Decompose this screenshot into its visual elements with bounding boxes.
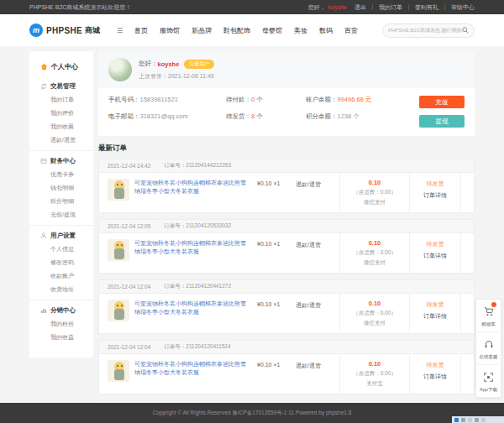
app-download-button[interactable]: App下载 <box>476 364 501 397</box>
sidebar-item-payment-account[interactable]: 收款账户 <box>29 269 93 283</box>
product-image[interactable] <box>108 360 129 382</box>
refund-return-link[interactable]: 退款/退货 <box>296 173 339 212</box>
product-title-link[interactable]: 可爱宠物秋冬装小狗狗连帽棉衣泰迪比熊雪纳瑞冬季小型犬冬装衣服 <box>134 300 250 327</box>
pay-method: 微信支付 <box>342 320 407 327</box>
search-box <box>382 24 475 38</box>
order-amount: 0.10 <box>342 239 407 247</box>
nav-shoes-bags[interactable]: 鞋包配饰 <box>223 26 250 35</box>
order-detail-link[interactable]: 订单详情 <box>412 373 459 381</box>
order-card: 2021-12-04 12:04 订单号：211204120441272 可爱宠… <box>98 279 475 334</box>
order-pay-cell: 0.10 （含运费：0.00） 支付宝 <box>339 354 410 394</box>
divider <box>408 4 409 10</box>
product-image[interactable] <box>108 179 129 201</box>
order-price: ¥0.10 ×1 <box>257 294 296 333</box>
logo-icon: m <box>29 24 43 37</box>
footer: Copyright © All Rights Reserved 豫ICP备170… <box>0 403 504 423</box>
order-number: 订单号：211204120441272 <box>164 283 231 290</box>
order-number: 订单号：211204120533032 <box>164 222 231 230</box>
nav-digital[interactable]: 数码 <box>319 26 333 35</box>
nav-mother-baby[interactable]: 母婴馆 <box>262 26 282 35</box>
nav-home[interactable]: 首页 <box>134 26 148 35</box>
withdraw-button[interactable]: 提现 <box>419 115 465 128</box>
product-title-link[interactable]: 可爱宠物秋冬装小狗狗连帽棉衣泰迪比熊雪纳瑞冬季小型犬冬装衣服 <box>134 179 250 206</box>
refund-return-link[interactable]: 退款/退货 <box>296 354 339 394</box>
nav-clothing[interactable]: 服饰馆 <box>160 26 180 35</box>
refund-return-link[interactable]: 退款/退货 <box>296 294 339 333</box>
search-icon[interactable] <box>462 27 469 34</box>
sidebar-item-my-reviews[interactable]: 我的评价 <box>29 107 93 120</box>
order-date: 2021-12-04 12:04 <box>108 344 150 350</box>
order-status-cell: 待发货 订单详情 <box>410 294 460 333</box>
order-amount: 0.10 <box>342 179 407 186</box>
cart-badge <box>491 302 496 307</box>
order-date: 2021-12-04 12:05 <box>108 223 150 229</box>
user-icon <box>40 232 47 239</box>
sidebar-item-wallet-detail[interactable]: 钱包明细 <box>29 181 93 195</box>
sidebar-item-my-earnings[interactable]: 我的收益 <box>29 331 93 344</box>
topbar-link-help-center[interactable]: 帮助中心 <box>451 3 475 12</box>
cart-button[interactable]: 购物车 <box>476 300 501 332</box>
taskbar-app-icon <box>454 418 459 422</box>
order-detail-link[interactable]: 订单详情 <box>412 312 459 321</box>
profile-card: 您好： koyshe 注册用户 上次登录：2021-12-06 11:49 手机… <box>98 51 475 136</box>
product-title-link[interactable]: 可爱宠物秋冬装小狗狗连帽棉衣泰迪比熊雪纳瑞冬季小型犬冬装衣服 <box>134 239 250 267</box>
copyright-text: Copyright © All Rights Reserved 豫ICP备170… <box>153 410 352 415</box>
sidebar-item-shipping-address[interactable]: 收货地址 <box>29 283 93 296</box>
search-input[interactable] <box>388 28 462 33</box>
home-icon <box>40 63 48 70</box>
order-product-cell: 可爱宠物秋冬装小狗狗连帽棉衣泰迪比熊雪纳瑞冬季小型犬冬装衣服 <box>99 294 257 333</box>
float-toolbar: 购物车 在线客服 App下载 <box>475 299 501 398</box>
order-list: 2021-12-04 14:42 订单号：211204144212263 可爱宠… <box>98 159 475 423</box>
topbar-link-signin-gift[interactable]: 签到有礼 <box>415 3 438 12</box>
sidebar-item-recharge-withdraw[interactable]: 充值/提现 <box>29 208 93 222</box>
order-amount: 0.10 <box>342 360 407 368</box>
sidebar-item-points-detail[interactable]: 积分明细 <box>29 195 93 208</box>
sidebar-item-my-orders[interactable]: 我的订单 <box>29 93 93 107</box>
product-title-link[interactable]: 可爱宠物秋冬装小狗狗连帽棉衣泰迪比熊雪纳瑞冬季小型犬冬装衣服 <box>134 360 250 388</box>
greeting-prefix: 您好， <box>308 3 326 12</box>
order-pay-cell: 0.10 （含运费：0.00） 微信支付 <box>339 233 410 273</box>
order-card: 2021-12-04 12:05 订单号：211204120533032 可爱宠… <box>98 219 475 274</box>
order-status-cell: 待发货 订单详情 <box>410 354 460 394</box>
product-image[interactable] <box>108 239 129 261</box>
nav-new-brand[interactable]: 新品牌 <box>192 26 212 35</box>
recharge-button[interactable]: 充值 <box>419 96 465 108</box>
order-header: 2021-12-04 12:05 订单号：211204120533032 <box>99 220 474 233</box>
online-service-button[interactable]: 在线客服 <box>476 332 501 364</box>
topbar: PHPSHE B2C商城系统演示站欢迎您！ 您好， koyshe 退出 我的订单… <box>0 0 504 14</box>
topbar-link-my-orders[interactable]: 我的订单 <box>379 3 402 12</box>
sidebar-item-profile-info[interactable]: 个人信息 <box>29 243 93 256</box>
order-date: 2021-12-04 14:42 <box>108 163 150 169</box>
logo-badge-text: 商城 <box>85 25 100 36</box>
sidebar-item-coupons[interactable]: 优惠卡券 <box>29 168 93 181</box>
nav-beauty[interactable]: 美妆 <box>294 26 307 35</box>
order-extra-cell <box>460 173 474 212</box>
site-logo[interactable]: m PHPSHE 商城 <box>29 24 100 37</box>
sidebar-item-user-center[interactable]: 个人中心 <box>29 60 93 76</box>
divider <box>444 4 445 10</box>
order-freight: （含运费：0.00） <box>342 249 407 257</box>
logout-link[interactable]: 退出 <box>354 3 366 12</box>
order-card: 2021-12-04 14:42 订单号：211204144212263 可爱宠… <box>98 159 475 213</box>
order-detail-link[interactable]: 订单详情 <box>412 252 459 260</box>
order-product-cell: 可爱宠物秋冬装小狗狗连帽棉衣泰迪比熊雪纳瑞冬季小型犬冬装衣服 <box>99 354 257 394</box>
product-image[interactable] <box>108 300 129 321</box>
avatar[interactable] <box>108 58 132 81</box>
pay-method: 微信支付 <box>342 259 407 267</box>
order-card: 2021-12-04 12:04 订单号：211204120411524 可爱宠… <box>98 340 475 394</box>
topbar-username[interactable]: koyshe <box>328 4 347 10</box>
nav-general[interactable]: 百货 <box>344 26 358 35</box>
menu-icon[interactable]: ☰ <box>117 27 123 34</box>
email-value: 318321@qq.com <box>140 112 188 120</box>
sidebar-item-my-fans[interactable]: 我的粉丝 <box>29 317 93 331</box>
sidebar-item-my-favorites[interactable]: 我的收藏 <box>29 120 93 133</box>
order-product-cell: 可爱宠物秋冬装小狗狗连帽棉衣泰迪比熊雪纳瑞冬季小型犬冬装衣服 <box>99 233 257 273</box>
account-balance: 99496.68 元 <box>338 96 372 103</box>
main-nav: ☰ 首页 服饰馆 新品牌 鞋包配饰 母婴馆 美妆 数码 百货 <box>117 26 358 35</box>
refund-return-link[interactable]: 退款/退货 <box>296 233 339 273</box>
sidebar-item-refund-return[interactable]: 退款/退货 <box>29 133 93 147</box>
order-detail-link[interactable]: 订单详情 <box>412 191 459 200</box>
sidebar-item-change-password[interactable]: 修改密码 <box>29 256 93 269</box>
sidebar: 个人中心 交易管理 我的订单 我的评价 我的收藏 退款/退货 <box>29 51 93 358</box>
order-header: 2021-12-04 12:04 订单号：211204120441272 <box>99 280 474 294</box>
